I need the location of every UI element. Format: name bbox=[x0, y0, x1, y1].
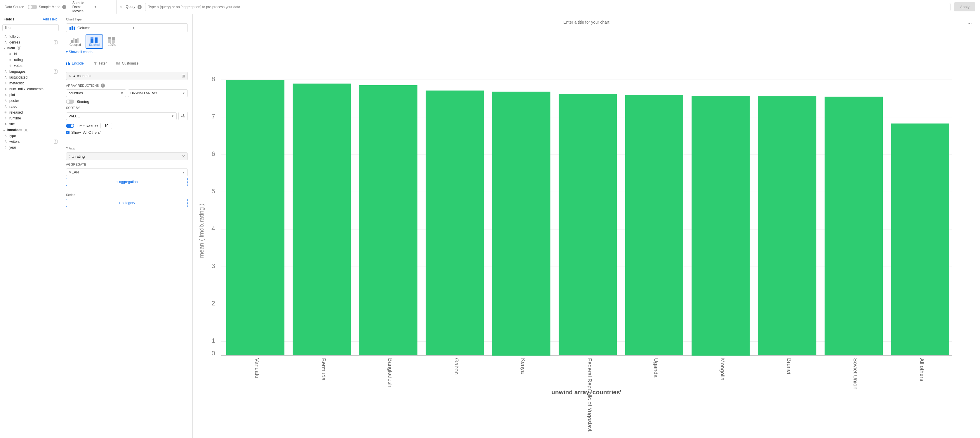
tab-customize[interactable]: Customize bbox=[111, 59, 143, 68]
query-info-icon[interactable]: i bbox=[138, 5, 142, 9]
grouped-chart-btn[interactable]: Grouped bbox=[66, 35, 84, 49]
string-type-icon: A bbox=[3, 105, 8, 108]
tab-encode-label: Encode bbox=[72, 61, 84, 65]
limit-row: Limit Results bbox=[66, 123, 188, 129]
field-item-writers[interactable]: A writers [] bbox=[0, 139, 61, 145]
tab-filter[interactable]: Filter bbox=[89, 59, 111, 68]
binning-label: Binning bbox=[76, 99, 89, 104]
field-item-title[interactable]: A title bbox=[0, 121, 61, 127]
y-field-name: # rating bbox=[72, 154, 85, 159]
add-field-button[interactable]: + Add Field bbox=[40, 17, 57, 21]
y-axis-title: mean ( imdb.rating ) bbox=[199, 204, 205, 258]
field-item-languages[interactable]: A languages [] bbox=[0, 68, 61, 75]
svg-rect-3 bbox=[71, 40, 73, 43]
field-group-tomatoes[interactable]: ▸ tomatoes {} bbox=[0, 127, 61, 133]
tab-encode[interactable]: Encode bbox=[61, 59, 89, 68]
number-type-icon: # bbox=[3, 82, 8, 85]
grouped-icon bbox=[71, 37, 79, 43]
x-axis-field-name: ▲ countries bbox=[72, 74, 180, 78]
svg-rect-16 bbox=[68, 62, 68, 65]
field-group-imdb[interactable]: ▾ imdb {} bbox=[0, 45, 61, 51]
limit-input[interactable] bbox=[100, 123, 112, 129]
sample-mode-switch[interactable] bbox=[28, 5, 37, 10]
sort-value-select[interactable]: VALUE ▼ bbox=[66, 112, 177, 120]
binning-toggle[interactable] bbox=[66, 100, 74, 104]
array-field-select[interactable]: countries ⊞ bbox=[66, 89, 126, 97]
limit-toggle[interactable] bbox=[66, 124, 74, 128]
data-source-select[interactable]: Sample Data: Movies ▼ bbox=[70, 0, 116, 14]
chart-type-select[interactable]: Column ▼ bbox=[66, 23, 188, 32]
unwind-select[interactable]: UNWIND ARRAY ▼ bbox=[128, 89, 188, 97]
series-section: Series + category bbox=[61, 190, 192, 210]
bar-fed-rep-yugoslavia bbox=[558, 94, 617, 355]
field-item-lastupdated[interactable]: A lastupdated bbox=[0, 75, 61, 80]
field-badge-imdb: {} bbox=[17, 46, 21, 50]
field-item-runtime[interactable]: # runtime bbox=[0, 115, 61, 121]
field-item-genres[interactable]: A genres [] bbox=[0, 40, 61, 45]
string-type-icon: A bbox=[3, 76, 8, 79]
show-others-checkbox[interactable] bbox=[66, 131, 70, 134]
number-type-icon: # bbox=[8, 58, 12, 62]
svg-text:1: 1 bbox=[212, 337, 215, 344]
x-label-all-others: All others bbox=[919, 358, 925, 381]
field-item-fullplot[interactable]: A fullplot bbox=[0, 33, 61, 40]
x-axis-field-tag[interactable]: A ▲ countries ⊞ bbox=[66, 72, 188, 80]
svg-point-23 bbox=[118, 64, 119, 65]
field-item-rated[interactable]: A rated bbox=[0, 104, 61, 110]
column-chart-icon bbox=[69, 25, 75, 30]
sample-mode-info-icon[interactable]: i bbox=[62, 5, 66, 9]
svg-rect-7 bbox=[91, 39, 94, 43]
chart-type-label: Chart Type bbox=[66, 18, 188, 21]
chart-title-input[interactable] bbox=[528, 20, 645, 24]
aggregate-value: MEAN bbox=[68, 170, 79, 174]
field-item-plot[interactable]: A plot bbox=[0, 92, 61, 98]
field-item-type[interactable]: A type bbox=[0, 133, 61, 139]
add-category-btn[interactable]: + category bbox=[66, 199, 188, 207]
field-item-poster[interactable]: A poster bbox=[0, 98, 61, 104]
array-select-row: countries ⊞ UNWIND ARRAY ▼ bbox=[66, 89, 188, 97]
array-reductions-info-icon[interactable]: i bbox=[101, 83, 105, 88]
sort-by-section: SORT BY VALUE ▼ bbox=[66, 106, 188, 120]
y-axis-field-tag[interactable]: # # rating ✕ bbox=[66, 153, 188, 160]
hundred-pct-icon bbox=[108, 37, 116, 43]
sample-mode-toggle: Sample Mode i bbox=[28, 5, 66, 10]
number-type-icon: # bbox=[3, 117, 8, 120]
fields-panel: Fields + Add Field A fullplot A genres [… bbox=[0, 14, 61, 438]
x-label-mongolia: Mongolia bbox=[719, 358, 725, 381]
field-item-metacritic[interactable]: # metacritic bbox=[0, 80, 61, 86]
chart-title-row: ··· bbox=[199, 20, 974, 24]
svg-text:6: 6 bbox=[212, 150, 215, 158]
hundred-pct-label: 100% bbox=[108, 43, 116, 46]
x-axis-remove-btn[interactable]: ⊞ bbox=[181, 73, 185, 78]
add-aggregation-btn[interactable]: + aggregation bbox=[66, 178, 188, 186]
apply-button[interactable]: Apply bbox=[954, 2, 975, 11]
field-item-year[interactable]: # year bbox=[0, 145, 61, 150]
encode-section: A ▲ countries ⊞ ARRAY REDUCTIONS i count… bbox=[61, 68, 192, 143]
field-item-votes[interactable]: # votes bbox=[0, 63, 61, 68]
query-input[interactable] bbox=[145, 3, 951, 11]
array-field-icon: A bbox=[68, 74, 71, 78]
string-type-icon: A bbox=[3, 123, 8, 126]
field-item-id[interactable]: # id bbox=[0, 51, 61, 57]
sort-direction-btn[interactable] bbox=[178, 112, 188, 120]
string-type-icon: A bbox=[3, 41, 8, 44]
field-item-rating[interactable]: # rating bbox=[0, 57, 61, 63]
y-field-remove[interactable]: ✕ bbox=[182, 154, 185, 159]
filter-icon bbox=[93, 61, 97, 65]
stacked-chart-btn[interactable]: Stacked bbox=[86, 35, 103, 49]
field-item-released[interactable]: ⊟ released bbox=[0, 110, 61, 115]
svg-rect-15 bbox=[66, 62, 67, 65]
field-item-num-mflix-comments[interactable]: # num_mflix_comments bbox=[0, 86, 61, 92]
x-axis-title: unwind array 'countries' bbox=[551, 389, 621, 395]
hundred-percent-chart-btn[interactable]: 100% bbox=[104, 35, 119, 49]
field-search-input[interactable] bbox=[2, 24, 59, 31]
x-label-kenya: Kenya bbox=[520, 358, 526, 374]
y-axis-label: Y Axis bbox=[66, 147, 188, 150]
chart-menu-button[interactable]: ··· bbox=[965, 20, 974, 27]
fields-list: A fullplot A genres [] ▾ imdb {} # id # … bbox=[0, 32, 61, 438]
aggregate-select[interactable]: MEAN ▼ bbox=[66, 169, 188, 176]
array-field-value: countries bbox=[68, 91, 83, 95]
show-all-charts-btn[interactable]: ▾ Show all charts bbox=[66, 49, 92, 55]
x-label-brunei: Brunei bbox=[786, 358, 792, 374]
grouped-label: Grouped bbox=[70, 43, 81, 46]
